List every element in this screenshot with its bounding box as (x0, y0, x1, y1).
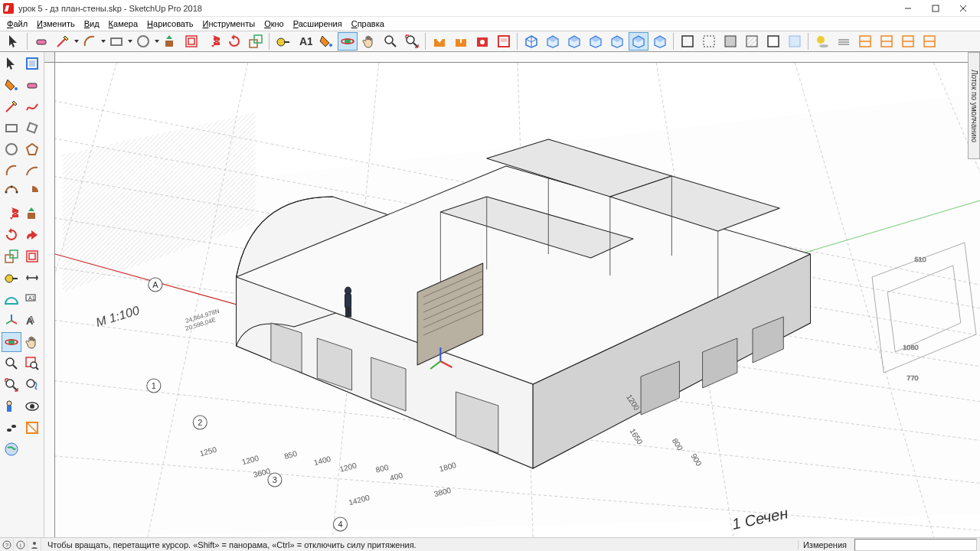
help-icon[interactable]: ? (0, 538, 14, 552)
followme-tool[interactable] (23, 225, 43, 245)
text-label-tool[interactable]: A1 (23, 289, 43, 309)
rectangle-button[interactable] (106, 32, 126, 51)
zoom-extents-button[interactable] (402, 32, 422, 51)
style-hidden-button[interactable] (699, 32, 719, 51)
line-dropdown[interactable] (74, 32, 79, 51)
measurements-input[interactable] (854, 539, 977, 551)
select-tool[interactable] (2, 54, 21, 73)
viewport[interactable]: M 1:100 (44, 52, 980, 537)
menu-окно[interactable]: Окно (260, 18, 288, 29)
circle-button[interactable] (133, 32, 153, 51)
close-button[interactable] (949, 0, 977, 17)
2pt-arc-tool[interactable] (23, 161, 43, 181)
rectangle-dropdown[interactable] (127, 32, 132, 51)
section-plane-button[interactable] (855, 32, 875, 51)
menu-инструменты[interactable]: Инструменты (199, 18, 260, 29)
look-around-tool[interactable] (23, 396, 43, 416)
line-button[interactable] (53, 32, 73, 51)
dimension-tool[interactable] (23, 268, 43, 288)
style-wire-button[interactable] (678, 32, 697, 51)
eraser-tool[interactable] (23, 75, 43, 95)
pan-tool[interactable] (23, 332, 43, 352)
info-icon[interactable]: i (14, 538, 28, 552)
tape-tool[interactable] (2, 268, 21, 288)
view-front-button[interactable] (564, 32, 584, 51)
walk-tool[interactable] (2, 418, 21, 438)
3d-text-tool[interactable]: AA (23, 311, 43, 331)
view-left-button[interactable] (629, 32, 648, 51)
view-iso-button[interactable] (521, 32, 541, 51)
menu-камера[interactable]: Камера (105, 18, 142, 29)
view-top-button[interactable] (543, 32, 563, 51)
zoom-window-tool[interactable] (23, 354, 43, 373)
polygon-tool[interactable] (23, 139, 43, 159)
zoom-previous-tool[interactable] (23, 375, 43, 395)
move-button[interactable] (203, 32, 223, 51)
text-button[interactable]: A1 (295, 32, 315, 51)
make-component-tool[interactable] (23, 54, 43, 73)
minimize-button[interactable] (894, 0, 922, 17)
section-tool[interactable] (23, 418, 43, 438)
style-shaded-button[interactable] (720, 32, 740, 51)
extension-warehouse-button[interactable] (472, 32, 492, 51)
section-display-button[interactable] (877, 32, 897, 51)
arc-dropdown[interactable] (100, 32, 106, 51)
orbit-button[interactable] (338, 32, 358, 51)
menu-нарисовать[interactable]: Нарисовать (143, 18, 197, 29)
position-camera-tool[interactable] (2, 396, 21, 416)
tape-measure-button[interactable] (273, 32, 293, 51)
default-tray-tab[interactable]: Лоток по умолчанию (968, 52, 980, 159)
view-persp-button[interactable] (650, 32, 670, 51)
eraser-button[interactable] (31, 32, 51, 51)
zoom-button[interactable] (381, 32, 400, 51)
style-shaded-tex-button[interactable] (742, 32, 762, 51)
arc-button[interactable] (80, 32, 100, 51)
circle-dropdown[interactable] (154, 32, 159, 51)
pan-button[interactable] (359, 32, 379, 51)
pushpull-tool[interactable] (23, 204, 43, 223)
protractor-tool[interactable] (2, 289, 21, 309)
warehouse-share-button[interactable] (451, 32, 471, 51)
menu-расширения[interactable]: Расширения (289, 18, 346, 29)
rotated-rect-tool[interactable] (23, 118, 43, 138)
menu-файл[interactable]: Файл (3, 18, 31, 29)
menu-изменить[interactable]: Изменить (33, 18, 79, 29)
rotate-button[interactable] (224, 32, 244, 51)
orbit-tool[interactable] (2, 332, 21, 352)
menu-справка[interactable]: Справка (348, 18, 388, 29)
rotate-tool[interactable] (2, 225, 21, 245)
scale-tool[interactable] (2, 246, 21, 266)
section-fill-button[interactable] (920, 32, 939, 51)
model-canvas[interactable]: M 1:100 (55, 63, 980, 537)
view-right-button[interactable] (586, 32, 606, 51)
maximize-button[interactable] (922, 0, 949, 17)
move-tool[interactable] (2, 204, 21, 223)
offset-tool[interactable] (23, 246, 43, 266)
arc-tool[interactable] (2, 161, 21, 181)
circle-tool[interactable] (2, 139, 21, 159)
view-back-button[interactable] (607, 32, 627, 51)
menu-вид[interactable]: Вид (80, 18, 103, 29)
style-mono-button[interactable] (763, 32, 783, 51)
select-arrow-button[interactable] (4, 32, 24, 51)
user-icon[interactable] (28, 538, 41, 552)
section-cut-button[interactable] (898, 32, 918, 51)
paint-bucket-button[interactable] (316, 32, 336, 51)
freehand-tool[interactable] (23, 96, 43, 116)
offset-button[interactable] (181, 32, 201, 51)
axes-tool[interactable] (2, 311, 21, 331)
warehouse-get-button[interactable] (430, 32, 449, 51)
scale-button[interactable] (246, 32, 266, 51)
paint-bucket-tool[interactable] (2, 75, 21, 95)
zoom-tool[interactable] (2, 354, 21, 373)
shadows-button[interactable] (812, 32, 832, 51)
fog-button[interactable] (834, 32, 854, 51)
layout-button[interactable] (494, 32, 514, 51)
style-xray-button[interactable] (785, 32, 805, 51)
3pt-arc-tool[interactable] (2, 182, 21, 202)
geolocation-tool[interactable] (2, 439, 21, 459)
line-tool[interactable] (2, 96, 21, 116)
pie-tool[interactable] (23, 182, 43, 202)
rectangle-tool[interactable] (2, 118, 21, 138)
pushpull-button[interactable] (160, 32, 180, 51)
